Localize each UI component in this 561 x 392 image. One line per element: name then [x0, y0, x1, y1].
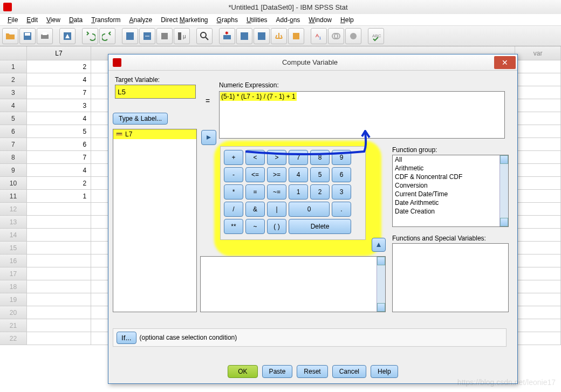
function-group-item[interactable]: Arithmetic	[393, 164, 508, 173]
menu-analyze[interactable]: Analyze	[125, 15, 156, 25]
if-button[interactable]: If...	[117, 332, 136, 344]
data-cell[interactable]	[515, 267, 561, 280]
calc-div[interactable]: /	[224, 202, 243, 217]
row-header[interactable]: 22	[0, 332, 27, 345]
row-header[interactable]: 1	[0, 60, 27, 73]
calc-delete[interactable]: Delete	[289, 219, 351, 234]
data-cell[interactable]: 7	[27, 151, 91, 164]
row-header[interactable]: 7	[0, 138, 27, 151]
data-cell[interactable]	[515, 319, 561, 332]
calc-3[interactable]: 3	[332, 184, 351, 200]
calc-and[interactable]: &	[245, 202, 265, 217]
split-file-icon[interactable]	[254, 28, 270, 44]
data-cell[interactable]	[515, 255, 561, 267]
type-and-label-button[interactable]: Type & Label...	[113, 113, 168, 125]
target-variable-input[interactable]	[115, 85, 196, 99]
use-sets-icon[interactable]	[328, 28, 344, 44]
function-group-list[interactable]: AllArithmeticCDF & Noncentral CDFConvers…	[392, 155, 509, 227]
data-cell[interactable]	[515, 164, 561, 177]
calc-gt[interactable]: >	[267, 150, 286, 165]
data-cell[interactable]: 6	[27, 138, 91, 151]
value-labels-icon[interactable]: A1	[311, 28, 327, 44]
insert-case-icon[interactable]: ✱	[219, 28, 235, 44]
row-header[interactable]: 8	[0, 151, 27, 164]
select-cases-icon[interactable]	[288, 28, 304, 44]
data-cell[interactable]	[515, 138, 561, 151]
find-icon[interactable]	[196, 28, 213, 44]
calc-5[interactable]: 5	[310, 167, 330, 182]
open-icon[interactable]	[2, 28, 18, 44]
goto-case-icon[interactable]	[122, 28, 138, 44]
row-header[interactable]: 5	[0, 112, 27, 125]
menu-file[interactable]: File	[3, 15, 22, 25]
data-cell[interactable]	[27, 242, 91, 255]
data-cell[interactable]	[515, 203, 561, 216]
data-cell[interactable]	[515, 280, 561, 293]
data-cell[interactable]: 4	[27, 73, 91, 86]
row-header[interactable]: 11	[0, 190, 27, 203]
data-cell[interactable]	[515, 332, 561, 345]
weight-icon[interactable]	[271, 28, 287, 44]
menu-graphs[interactable]: Graphs	[213, 15, 242, 25]
row-header[interactable]: 9	[0, 164, 27, 177]
data-cell[interactable]: 2	[27, 177, 91, 190]
function-group-item[interactable]: Conversion	[393, 181, 508, 190]
data-cell[interactable]: 4	[27, 112, 91, 125]
function-group-scrollbar[interactable]	[500, 155, 508, 226]
function-group-item[interactable]: Date Creation	[393, 207, 508, 216]
numeric-expression-input[interactable]	[219, 91, 505, 139]
data-cell[interactable]	[27, 280, 91, 293]
calc-lt[interactable]: <	[245, 150, 265, 165]
col-header-var[interactable]: var	[515, 46, 561, 60]
dialog-titlebar[interactable]: Compute Variable ✕	[108, 54, 517, 71]
paste-button[interactable]: Paste	[262, 365, 293, 378]
row-header[interactable]: 21	[0, 319, 27, 332]
data-cell[interactable]: 7	[27, 86, 91, 99]
cancel-button[interactable]: Cancel	[332, 365, 366, 378]
data-cell[interactable]: 3	[27, 99, 91, 112]
data-cell[interactable]	[27, 319, 91, 332]
data-cell[interactable]: 5	[27, 125, 91, 138]
calc-mult[interactable]: *	[224, 184, 243, 200]
move-right-button[interactable]	[201, 130, 216, 145]
menu-help[interactable]: Help	[336, 15, 358, 25]
spellcheck-icon[interactable]: ABC	[368, 28, 384, 44]
data-cell[interactable]	[515, 125, 561, 138]
calc-paren[interactable]: ( )	[267, 219, 286, 234]
undo-icon[interactable]	[82, 28, 98, 44]
row-header[interactable]: 17	[0, 267, 27, 280]
row-header[interactable]: 15	[0, 242, 27, 255]
data-cell[interactable]	[515, 60, 561, 73]
redo-icon[interactable]	[99, 28, 115, 44]
calc-pow[interactable]: **	[224, 219, 243, 234]
print-icon[interactable]	[37, 28, 53, 44]
row-header[interactable]: 2	[0, 73, 27, 86]
close-icon[interactable]: ✕	[494, 56, 516, 69]
menu-direct-marketing[interactable]: Direct Marketing	[156, 15, 212, 25]
calc-ne[interactable]: ~=	[267, 184, 286, 200]
data-cell[interactable]	[27, 203, 91, 216]
variable-item-l7[interactable]: L7	[113, 129, 196, 139]
recall-dialog-icon[interactable]	[59, 28, 76, 44]
variable-list[interactable]: L7	[113, 129, 197, 312]
calc-plus[interactable]: +	[224, 150, 243, 165]
row-header[interactable]: 3	[0, 86, 27, 99]
calc-8[interactable]: 8	[310, 150, 330, 165]
variables-icon[interactable]	[156, 28, 173, 44]
insert-function-button[interactable]	[372, 238, 386, 252]
menu-edit[interactable]: Edit	[22, 15, 42, 25]
menu-window[interactable]: Window	[304, 15, 336, 25]
save-icon[interactable]	[19, 28, 36, 44]
menu-transform[interactable]: Transform	[87, 15, 125, 25]
goto-var-icon[interactable]	[139, 28, 155, 44]
data-cell[interactable]	[27, 255, 91, 267]
row-header[interactable]: 10	[0, 177, 27, 190]
menu-view[interactable]: View	[42, 15, 65, 25]
row-header[interactable]: 14	[0, 229, 27, 242]
calc-not[interactable]: ~	[245, 219, 265, 234]
function-group-item[interactable]: Current Date/Time	[393, 190, 508, 198]
row-header[interactable]: 6	[0, 125, 27, 138]
data-cell[interactable]: 1	[27, 190, 91, 203]
data-cell[interactable]	[515, 229, 561, 242]
data-cell[interactable]	[515, 151, 561, 164]
